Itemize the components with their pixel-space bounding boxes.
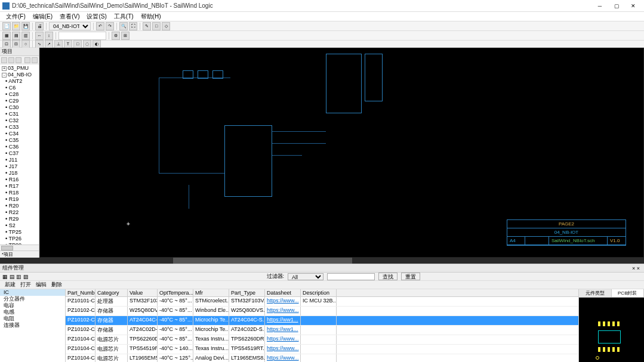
drawtool-icon[interactable]: ⊡: [2, 40, 11, 48]
tree-node[interactable]: • C29: [1, 98, 38, 104]
tree-expand-icon[interactable]: -: [2, 73, 7, 78]
tree-node[interactable]: • C33: [1, 124, 38, 131]
tree-node[interactable]: • C34: [1, 131, 38, 137]
open-icon[interactable]: 📁: [12, 22, 20, 30]
datasheet-link[interactable]: https://www...: [267, 355, 299, 361]
preview-tab-footprint[interactable]: PCB封装: [612, 289, 645, 297]
sheet-select[interactable]: 04_NB-IOT: [49, 22, 91, 30]
col-header[interactable]: Description: [301, 289, 337, 296]
scrollbar-thumb[interactable]: [173, 258, 352, 264]
tree-node[interactable]: • R22: [1, 209, 38, 216]
category-item[interactable]: IC: [0, 289, 65, 296]
schematic-component[interactable]: [183, 70, 193, 79]
schematic-component[interactable]: [198, 70, 208, 79]
preview-canvas[interactable]: [579, 298, 644, 362]
tool-icon[interactable]: ✎: [143, 22, 151, 30]
schematic-component[interactable]: [212, 70, 223, 79]
tree-close-icon[interactable]: [32, 57, 38, 63]
tool-icon[interactable]: ◇: [162, 22, 170, 30]
drawtool-icon[interactable]: ⊟: [12, 40, 20, 48]
tab-edit[interactable]: 编辑: [33, 281, 49, 289]
col-header[interactable]: Datasheet: [265, 289, 301, 296]
drawtool-icon[interactable]: ◐: [93, 40, 101, 48]
table-row[interactable]: PZ10104-C00...电源芯片TPS62260DR...-40°C ~ 8…: [66, 335, 578, 345]
col-header[interactable]: Category: [95, 289, 128, 296]
table-row[interactable]: PZ10102-C00...存储器W25Q80DVS...-40°C ~ 85°…: [66, 307, 578, 316]
table-row[interactable]: PZ10104-C00...电源芯片LT1965EMS8...-40°C ~ 1…: [66, 354, 578, 362]
tree-scrollbar-h[interactable]: [0, 245, 39, 250]
category-item[interactable]: 电容: [0, 302, 65, 309]
tree-tool-icon[interactable]: [1, 57, 7, 63]
menu-view[interactable]: 查看(V): [56, 13, 83, 21]
drawtool-icon[interactable]: □: [73, 40, 82, 48]
search-input[interactable]: [327, 273, 375, 280]
datasheet-link[interactable]: https://www...: [267, 345, 299, 351]
category-item[interactable]: 电感: [0, 309, 65, 315]
col-header[interactable]: Value: [128, 289, 158, 296]
drawtool-icon[interactable]: ↗: [45, 40, 53, 48]
drawtool-icon[interactable]: ⊥: [54, 40, 63, 48]
undo-icon[interactable]: ↶: [96, 22, 104, 30]
schematic-component[interactable]: [326, 54, 362, 113]
tree-node[interactable]: • TP26: [1, 236, 38, 242]
preview-tab-symbol[interactable]: 元件类型: [579, 289, 612, 297]
tab-new[interactable]: 新建: [2, 281, 18, 289]
scrollbar-thumb[interactable]: [1, 246, 13, 250]
tree-node[interactable]: • C30: [1, 104, 38, 111]
tree-tool-icon[interactable]: [16, 57, 21, 63]
datasheet-link[interactable]: https://www...: [267, 307, 299, 313]
drawtool-icon[interactable]: ◌: [83, 40, 91, 48]
tree-node[interactable]: • R29: [1, 216, 38, 222]
print-icon[interactable]: 🖨: [35, 22, 44, 30]
tree-tool-icon[interactable]: [8, 57, 14, 63]
reset-button[interactable]: 重置: [401, 273, 420, 280]
tool-icon[interactable]: ⊞: [121, 32, 130, 40]
schematic-canvas[interactable]: PAGE2 04_NB-IOT A4 SailWind_NBIoT.sch V1…: [39, 48, 644, 258]
category-item[interactable]: 连接器: [0, 322, 65, 329]
net-wire[interactable]: [159, 78, 159, 173]
tree-node[interactable]: • S2: [1, 222, 38, 229]
tree-node[interactable]: • C32: [1, 117, 38, 124]
tree-node[interactable]: • R17: [1, 183, 38, 190]
tree-node[interactable]: • C28: [1, 91, 38, 98]
tree-node[interactable]: +03_PMU: [1, 65, 38, 72]
filter-select[interactable]: All: [288, 273, 323, 280]
tree-node[interactable]: • TP25: [1, 229, 38, 236]
project-tree[interactable]: +03_PMU-04_NB-IO• ANT2• C6• C28• C29• C3…: [0, 64, 39, 245]
redo-icon[interactable]: ↷: [106, 22, 114, 30]
tree-tab[interactable]: *项目: [0, 250, 39, 258]
tab-delete[interactable]: 删除: [49, 281, 64, 289]
tool-icon[interactable]: ⚙: [112, 32, 120, 40]
datasheet-link[interactable]: https://ww1...: [267, 317, 298, 323]
col-header[interactable]: OptTempera...: [158, 289, 193, 296]
parts-table[interactable]: Part_Number Category Value OptTempera...…: [66, 289, 578, 362]
new-icon[interactable]: 📄: [2, 22, 11, 30]
schematic-component[interactable]: [224, 125, 272, 197]
tool-icon[interactable]: ▥: [21, 32, 30, 40]
tree-node[interactable]: • C36: [1, 144, 38, 150]
canvas-scrollbar-h[interactable]: [0, 258, 644, 264]
net-wire[interactable]: [272, 131, 326, 132]
tree-node[interactable]: • C35: [1, 137, 38, 144]
datasheet-link[interactable]: https://www...: [267, 298, 299, 304]
tree-node[interactable]: • R16: [1, 177, 38, 183]
menu-help[interactable]: 帮助(H): [137, 13, 165, 21]
tree-expand-icon[interactable]: +: [2, 66, 7, 71]
tree-node[interactable]: • ANT2: [1, 78, 38, 85]
tree-node[interactable]: • J11: [1, 157, 38, 163]
tree-tool-icon[interactable]: [24, 57, 30, 63]
save-icon[interactable]: 💾: [21, 22, 30, 30]
col-header[interactable]: Part_Type: [229, 289, 265, 296]
menu-file[interactable]: 文件(F): [2, 13, 29, 21]
maximize-button[interactable]: ▢: [608, 1, 625, 11]
tab-open[interactable]: 打开: [18, 281, 33, 289]
zoom-icon[interactable]: 🔍: [119, 22, 128, 30]
table-row[interactable]: PZ10104-C00...电源芯片TPS54519RT...-40°C ~ 1…: [66, 345, 578, 354]
tree-node[interactable]: -04_NB-IO: [1, 72, 38, 78]
tree-node[interactable]: • J17: [1, 163, 38, 170]
drawtool-icon[interactable]: T: [64, 40, 72, 48]
menu-edit[interactable]: 编辑(E): [29, 13, 56, 21]
tool-icon[interactable]: □: [152, 22, 161, 30]
tree-node[interactable]: • R20: [1, 203, 38, 209]
zoom-fit-icon[interactable]: ⛶: [129, 22, 137, 30]
